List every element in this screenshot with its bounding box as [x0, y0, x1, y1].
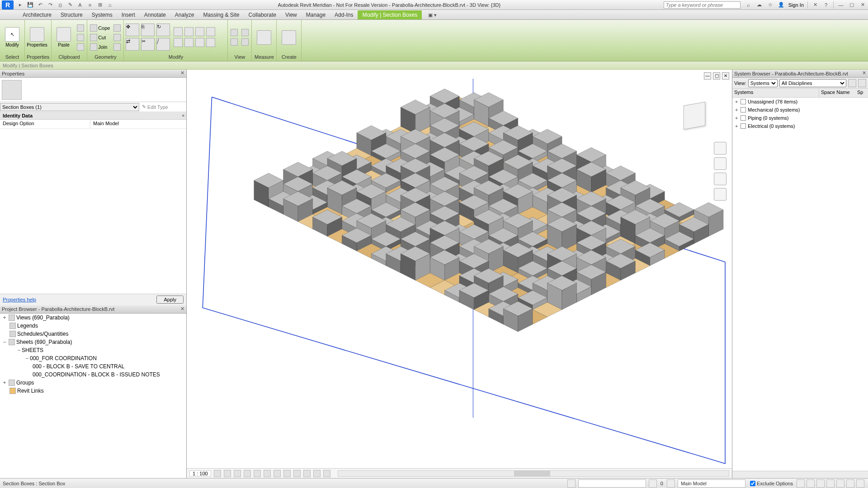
pan-icon[interactable] [714, 157, 726, 170]
signin-link[interactable]: Sign In [788, 2, 804, 8]
print-icon[interactable]: ⎙ [56, 1, 64, 9]
tab-architecture[interactable]: Architecture [18, 10, 56, 19]
view-btn-3[interactable] [241, 28, 250, 37]
tree-schedules[interactable]: Schedules/Quantities [0, 330, 186, 338]
split-button[interactable]: ⧸ [156, 38, 170, 51]
tab-analyze[interactable]: Analyze [170, 10, 199, 19]
align-button[interactable] [174, 27, 183, 36]
qat-icon[interactable]: A [76, 1, 84, 9]
drag-elements-icon[interactable] [846, 479, 854, 488]
comm-icon[interactable]: ⌕ [745, 1, 753, 9]
checkbox-input[interactable] [750, 481, 755, 486]
join-button[interactable]: Join [89, 42, 111, 52]
modify-button[interactable]: ↖Modify [2, 23, 23, 52]
worksets-icon[interactable] [567, 479, 576, 488]
select-pinned-icon[interactable] [826, 479, 835, 488]
view-btn-4[interactable] [241, 38, 250, 47]
tree-sheet-item[interactable]: 000 - BLOCK B - SAVE TO CENTRAL [0, 362, 186, 371]
tab-systems[interactable]: Systems [87, 10, 117, 19]
filter-selection-icon[interactable] [856, 479, 864, 488]
restore-view-icon[interactable]: ▢ [713, 72, 720, 80]
collapse-icon[interactable]: − [16, 347, 22, 353]
minimize-icon[interactable]: — [837, 1, 845, 9]
cut-button[interactable]: Cut [89, 33, 111, 42]
temp-hide-icon[interactable] [293, 470, 301, 477]
pin-button[interactable] [174, 38, 183, 47]
rotate-button[interactable]: ↻ [156, 23, 170, 36]
expand-icon[interactable]: + [735, 99, 741, 104]
tab-insert[interactable]: Insert [117, 10, 140, 19]
editable-only-icon[interactable] [649, 479, 657, 488]
exclude-options-checkbox[interactable]: Exclude Options [750, 481, 793, 486]
maximize-icon[interactable]: ▢ [848, 1, 856, 9]
view-btn-1[interactable] [230, 28, 239, 37]
system-row-unassigned[interactable]: +Unassigned (78 items) [732, 98, 868, 106]
tree-for-coord[interactable]: −000_FOR COORDINATION [0, 354, 186, 362]
expand-icon[interactable]: + [735, 123, 741, 129]
geom-btn-3[interactable] [113, 42, 122, 52]
tree-views[interactable]: +Views (690_Parabola) [0, 314, 186, 322]
cloud-icon[interactable]: ✕ [811, 1, 819, 9]
system-browser-title[interactable]: System Browser - Parabolla-Architecture-… [732, 70, 868, 78]
expand-icon[interactable]: + [2, 314, 7, 321]
tree-sheets-sub[interactable]: −SHEETS [0, 346, 186, 354]
save-icon[interactable]: 💾 [26, 1, 34, 9]
scale-selector[interactable]: 1 : 100 [189, 470, 211, 477]
select-underlay-icon[interactable] [816, 479, 825, 488]
3d-canvas[interactable] [187, 70, 732, 468]
system-row-mechanical[interactable]: +Mechanical (0 systems) [732, 106, 868, 114]
qat-icon[interactable]: ⊞ [96, 1, 104, 9]
checkbox[interactable] [741, 99, 746, 104]
tree-legends[interactable]: Legends [0, 322, 186, 330]
close-icon[interactable]: ✕ [179, 70, 185, 76]
lock-3d-icon[interactable] [283, 470, 291, 477]
steering-wheel-icon[interactable] [714, 142, 726, 155]
cope-button[interactable]: Cope [89, 23, 111, 33]
tree-revit-links[interactable]: Revit Links [0, 387, 186, 395]
collapse-icon[interactable]: « [182, 113, 184, 118]
viewcube-face[interactable] [684, 102, 705, 130]
viewcube[interactable] [675, 97, 714, 136]
project-browser-title[interactable]: Project Browser - Parabolla-Architecture… [0, 305, 186, 314]
tab-modify-section-boxes[interactable]: Modify | Section Boxes [358, 10, 422, 19]
rendering-icon[interactable] [254, 470, 261, 477]
match-button[interactable] [76, 42, 85, 52]
system-row-electrical[interactable]: +Electrical (0 systems) [732, 122, 868, 130]
measure-button[interactable] [254, 23, 274, 52]
mirror-button[interactable]: ⇄ [126, 38, 139, 51]
prop-value[interactable]: Main Model [90, 120, 186, 128]
design-option-field[interactable]: Main Model [678, 479, 745, 488]
edit-type-button[interactable]: ✎Edit Type [139, 104, 186, 110]
constraints-icon[interactable] [323, 470, 330, 477]
geom-btn-1[interactable] [113, 23, 122, 33]
reveal-icon[interactable] [303, 470, 311, 477]
filter-icon[interactable] [797, 479, 805, 488]
disciplines-select[interactable]: All Disciplines [779, 79, 846, 87]
star-icon[interactable]: ☆ [766, 1, 774, 9]
instance-selector[interactable]: Section Boxes (1) [0, 103, 139, 111]
paste-button[interactable]: Paste [53, 23, 74, 52]
geom-btn-2[interactable] [113, 33, 122, 42]
orbit-icon[interactable] [714, 188, 726, 201]
tree-groups[interactable]: +Groups [0, 379, 186, 387]
trim-button[interactable]: ✂ [141, 38, 155, 51]
checkbox[interactable] [741, 123, 746, 129]
offset-button[interactable] [184, 27, 193, 36]
analytical-icon[interactable] [313, 470, 321, 477]
scrollbar-thumb[interactable] [514, 471, 550, 476]
undo-icon[interactable]: ↶ [36, 1, 44, 9]
tab-massing-site[interactable]: Massing & Site [199, 10, 244, 19]
view-select[interactable]: Systems [748, 79, 778, 87]
properties-title[interactable]: Properties ✕ [0, 70, 186, 78]
tab-addins[interactable]: Add-Ins [330, 10, 358, 19]
workset-field[interactable] [578, 479, 646, 488]
col-systems[interactable]: Systems [732, 89, 819, 97]
column-settings-icon[interactable] [848, 79, 856, 87]
collapse-icon[interactable]: − [24, 355, 30, 361]
properties-help-link[interactable]: Properties help [3, 297, 36, 302]
qat-icon[interactable]: ✎ [66, 1, 74, 9]
select-face-icon[interactable] [836, 479, 844, 488]
search-input[interactable] [664, 1, 741, 9]
close-icon[interactable]: ✕ [859, 1, 867, 9]
tab-structure[interactable]: Structure [56, 10, 87, 19]
